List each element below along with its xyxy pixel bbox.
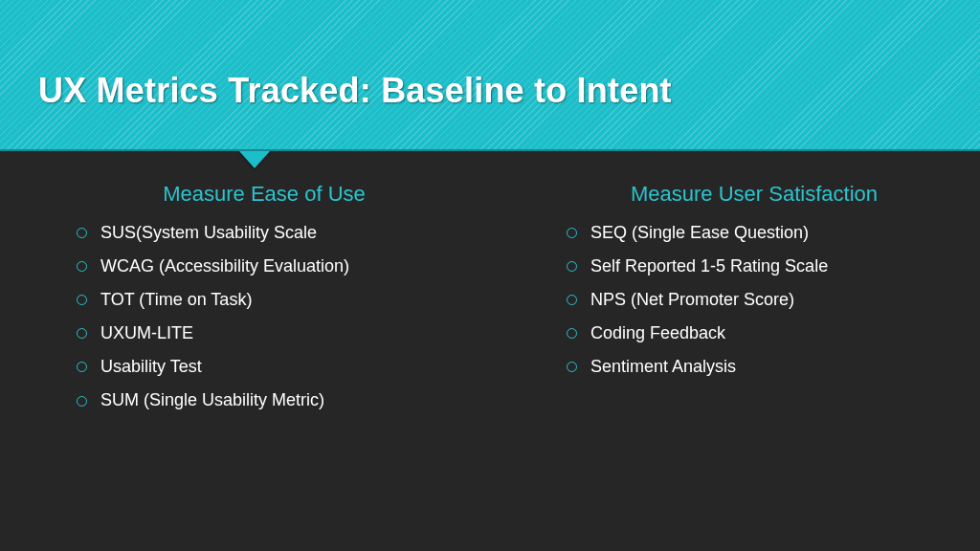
list-item-label: Self Reported 1-5 Rating Scale: [590, 250, 828, 283]
list-item-label: WCAG (Accessibility Evaluation): [100, 250, 349, 283]
list-item: SEQ (Single Ease Question): [567, 216, 942, 250]
slide-header: UX Metrics Tracked: Baseline to Intent: [0, 0, 980, 151]
bullet-icon: [77, 362, 87, 372]
column-heading: Measure Ease of Use: [77, 182, 452, 207]
bullet-icon: [77, 328, 87, 339]
list-item: Self Reported 1-5 Rating Scale: [567, 250, 942, 283]
bullet-icon: [77, 228, 87, 238]
list-item-label: Coding Feedback: [590, 317, 725, 350]
list-item-label: UXUM-LITE: [100, 317, 193, 350]
bullet-icon: [567, 328, 577, 339]
list-item: UXUM-LITE: [77, 317, 452, 350]
content-columns: Measure Ease of Use SUS(System Usability…: [0, 182, 980, 418]
list-item-label: TOT (Time on Task): [100, 283, 252, 317]
list-item-label: SUM (Single Usability Metric): [100, 384, 324, 417]
list-item-label: Usability Test: [100, 350, 202, 384]
header-caret-icon: [239, 151, 270, 168]
column-right: Measure User Satisfaction SEQ (Single Ea…: [490, 182, 980, 418]
list-item: Usability Test: [77, 350, 452, 384]
list-item: Coding Feedback: [567, 317, 942, 350]
bullet-icon: [77, 295, 87, 305]
column-heading: Measure User Satisfaction: [567, 182, 942, 207]
slide: UX Metrics Tracked: Baseline to Intent M…: [0, 0, 980, 551]
bullet-icon: [567, 362, 577, 372]
bullet-icon: [567, 228, 577, 238]
list-item-label: SUS(System Usability Scale: [100, 216, 317, 250]
list-item: Sentiment Analysis: [567, 350, 942, 384]
list-item: NPS (Net Promoter Score): [567, 283, 942, 317]
column-left: Measure Ease of Use SUS(System Usability…: [0, 182, 490, 418]
list-item: TOT (Time on Task): [77, 283, 452, 317]
bullet-icon: [77, 261, 87, 272]
list-item: SUM (Single Usability Metric): [77, 384, 452, 417]
bullet-icon: [567, 295, 577, 305]
list-item-label: Sentiment Analysis: [590, 350, 736, 384]
slide-title: UX Metrics Tracked: Baseline to Intent: [38, 71, 672, 111]
list-item: SUS(System Usability Scale: [77, 216, 452, 250]
list-item-label: NPS (Net Promoter Score): [590, 283, 794, 317]
list-item-label: SEQ (Single Ease Question): [590, 216, 809, 250]
bullet-icon: [567, 261, 577, 272]
bullet-icon: [77, 396, 87, 407]
list-item: WCAG (Accessibility Evaluation): [77, 250, 452, 283]
